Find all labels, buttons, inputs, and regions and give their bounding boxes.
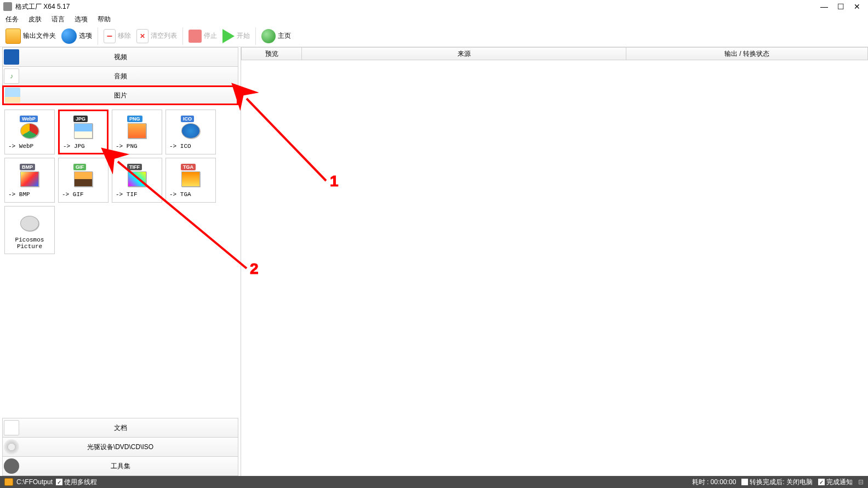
annotation-overlay <box>0 0 868 488</box>
annotation-2: 2 <box>250 260 259 278</box>
svg-line-1 <box>118 162 247 268</box>
svg-line-0 <box>247 99 326 181</box>
annotation-1: 1 <box>330 173 339 190</box>
